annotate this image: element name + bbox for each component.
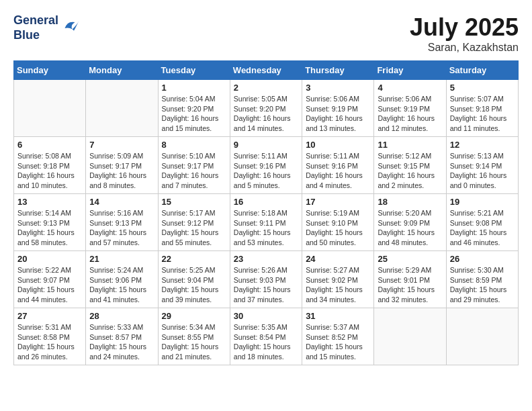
week-row-3: 13Sunrise: 5:14 AM Sunset: 9:13 PM Dayli…	[14, 194, 519, 251]
day-info: Sunrise: 5:13 AM Sunset: 9:14 PM Dayligh…	[450, 151, 515, 191]
day-info: Sunrise: 5:27 AM Sunset: 9:02 PM Dayligh…	[306, 265, 370, 305]
calendar-cell: 11Sunrise: 5:12 AM Sunset: 9:15 PM Dayli…	[374, 137, 446, 194]
day-number: 17	[306, 197, 370, 207]
calendar-cell: 10Sunrise: 5:11 AM Sunset: 9:16 PM Dayli…	[302, 137, 374, 194]
calendar-cell: 26Sunrise: 5:30 AM Sunset: 8:59 PM Dayli…	[446, 251, 518, 308]
day-number: 18	[378, 197, 442, 207]
day-info: Sunrise: 5:30 AM Sunset: 8:59 PM Dayligh…	[450, 265, 515, 305]
day-number: 28	[89, 311, 154, 321]
calendar-cell	[374, 308, 446, 365]
calendar-cell: 6Sunrise: 5:08 AM Sunset: 9:18 PM Daylig…	[14, 137, 86, 194]
calendar-cell: 8Sunrise: 5:10 AM Sunset: 9:17 PM Daylig…	[158, 137, 230, 194]
calendar-cell: 19Sunrise: 5:21 AM Sunset: 9:08 PM Dayli…	[446, 194, 518, 251]
calendar-cell	[14, 80, 86, 137]
week-row-5: 27Sunrise: 5:31 AM Sunset: 8:58 PM Dayli…	[14, 308, 519, 365]
calendar-cell: 23Sunrise: 5:26 AM Sunset: 9:03 PM Dayli…	[230, 251, 302, 308]
day-info: Sunrise: 5:11 AM Sunset: 9:16 PM Dayligh…	[306, 151, 370, 191]
title-block: July 2025 Saran, Kazakhstan	[410, 13, 519, 54]
day-info: Sunrise: 5:34 AM Sunset: 8:55 PM Dayligh…	[162, 322, 226, 362]
week-row-2: 6Sunrise: 5:08 AM Sunset: 9:18 PM Daylig…	[14, 137, 519, 194]
day-info: Sunrise: 5:05 AM Sunset: 9:20 PM Dayligh…	[234, 94, 298, 134]
day-number: 23	[234, 254, 298, 264]
week-row-1: 1Sunrise: 5:04 AM Sunset: 9:20 PM Daylig…	[14, 80, 519, 137]
day-number: 31	[306, 311, 370, 321]
day-number: 10	[306, 140, 370, 150]
day-number: 5	[450, 83, 515, 93]
day-info: Sunrise: 5:17 AM Sunset: 9:12 PM Dayligh…	[162, 208, 226, 248]
day-number: 12	[450, 140, 515, 150]
logo-bird-icon	[60, 18, 80, 38]
calendar-cell: 16Sunrise: 5:18 AM Sunset: 9:11 PM Dayli…	[230, 194, 302, 251]
day-number: 30	[234, 311, 298, 321]
page-header: GeneralBlue July 2025 Saran, Kazakhstan	[13, 13, 519, 54]
day-info: Sunrise: 5:31 AM Sunset: 8:58 PM Dayligh…	[17, 322, 82, 362]
day-number: 4	[378, 83, 442, 93]
calendar-cell: 3Sunrise: 5:06 AM Sunset: 9:19 PM Daylig…	[302, 80, 374, 137]
day-number: 15	[162, 197, 226, 207]
weekday-header-wednesday: Wednesday	[230, 61, 302, 80]
weekday-header-tuesday: Tuesday	[158, 61, 230, 80]
calendar-cell: 5Sunrise: 5:07 AM Sunset: 9:18 PM Daylig…	[446, 80, 518, 137]
day-info: Sunrise: 5:33 AM Sunset: 8:57 PM Dayligh…	[89, 322, 154, 362]
day-info: Sunrise: 5:14 AM Sunset: 9:13 PM Dayligh…	[17, 208, 82, 248]
day-number: 27	[17, 311, 82, 321]
weekday-header-saturday: Saturday	[446, 61, 518, 80]
calendar-cell	[446, 308, 518, 365]
calendar-cell: 1Sunrise: 5:04 AM Sunset: 9:20 PM Daylig…	[158, 80, 230, 137]
calendar-cell: 12Sunrise: 5:13 AM Sunset: 9:14 PM Dayli…	[446, 137, 518, 194]
calendar-cell: 25Sunrise: 5:29 AM Sunset: 9:01 PM Dayli…	[374, 251, 446, 308]
day-number: 29	[162, 311, 226, 321]
day-info: Sunrise: 5:10 AM Sunset: 9:17 PM Dayligh…	[162, 151, 226, 191]
day-number: 24	[306, 254, 370, 264]
calendar-cell: 7Sunrise: 5:09 AM Sunset: 9:17 PM Daylig…	[86, 137, 158, 194]
calendar-cell: 29Sunrise: 5:34 AM Sunset: 8:55 PM Dayli…	[158, 308, 230, 365]
day-number: 26	[450, 254, 515, 264]
weekday-header-monday: Monday	[86, 61, 158, 80]
weekday-header-thursday: Thursday	[302, 61, 374, 80]
calendar-cell: 20Sunrise: 5:22 AM Sunset: 9:07 PM Dayli…	[14, 251, 86, 308]
calendar-cell: 9Sunrise: 5:11 AM Sunset: 9:16 PM Daylig…	[230, 137, 302, 194]
day-info: Sunrise: 5:06 AM Sunset: 9:19 PM Dayligh…	[378, 94, 442, 134]
calendar-cell: 31Sunrise: 5:37 AM Sunset: 8:52 PM Dayli…	[302, 308, 374, 365]
day-number: 11	[378, 140, 442, 150]
day-number: 16	[234, 197, 298, 207]
day-info: Sunrise: 5:07 AM Sunset: 9:18 PM Dayligh…	[450, 94, 515, 134]
logo-text: GeneralBlue	[13, 13, 58, 42]
week-row-4: 20Sunrise: 5:22 AM Sunset: 9:07 PM Dayli…	[14, 251, 519, 308]
day-info: Sunrise: 5:37 AM Sunset: 8:52 PM Dayligh…	[306, 322, 370, 362]
day-info: Sunrise: 5:25 AM Sunset: 9:04 PM Dayligh…	[162, 265, 226, 305]
day-number: 25	[378, 254, 442, 264]
day-info: Sunrise: 5:24 AM Sunset: 9:06 PM Dayligh…	[89, 265, 154, 305]
month-year-title: July 2025	[410, 13, 519, 42]
day-number: 2	[234, 83, 298, 93]
logo: GeneralBlue	[13, 13, 80, 42]
day-info: Sunrise: 5:12 AM Sunset: 9:15 PM Dayligh…	[378, 151, 442, 191]
day-info: Sunrise: 5:20 AM Sunset: 9:09 PM Dayligh…	[378, 208, 442, 248]
calendar-cell: 4Sunrise: 5:06 AM Sunset: 9:19 PM Daylig…	[374, 80, 446, 137]
calendar-cell: 21Sunrise: 5:24 AM Sunset: 9:06 PM Dayli…	[86, 251, 158, 308]
day-number: 1	[162, 83, 226, 93]
calendar-cell: 14Sunrise: 5:16 AM Sunset: 9:13 PM Dayli…	[86, 194, 158, 251]
day-number: 6	[17, 140, 82, 150]
calendar-cell: 28Sunrise: 5:33 AM Sunset: 8:57 PM Dayli…	[86, 308, 158, 365]
day-number: 21	[89, 254, 154, 264]
day-info: Sunrise: 5:35 AM Sunset: 8:54 PM Dayligh…	[234, 322, 298, 362]
day-info: Sunrise: 5:11 AM Sunset: 9:16 PM Dayligh…	[234, 151, 298, 191]
day-number: 20	[17, 254, 82, 264]
day-number: 8	[162, 140, 226, 150]
calendar-cell: 27Sunrise: 5:31 AM Sunset: 8:58 PM Dayli…	[14, 308, 86, 365]
day-info: Sunrise: 5:18 AM Sunset: 9:11 PM Dayligh…	[234, 208, 298, 248]
day-number: 9	[234, 140, 298, 150]
day-number: 19	[450, 197, 515, 207]
day-number: 22	[162, 254, 226, 264]
calendar-cell: 15Sunrise: 5:17 AM Sunset: 9:12 PM Dayli…	[158, 194, 230, 251]
weekday-header-row: SundayMondayTuesdayWednesdayThursdayFrid…	[14, 61, 519, 80]
day-info: Sunrise: 5:16 AM Sunset: 9:13 PM Dayligh…	[89, 208, 154, 248]
day-info: Sunrise: 5:21 AM Sunset: 9:08 PM Dayligh…	[450, 208, 515, 248]
day-number: 3	[306, 83, 370, 93]
day-number: 7	[89, 140, 154, 150]
day-number: 14	[89, 197, 154, 207]
day-info: Sunrise: 5:09 AM Sunset: 9:17 PM Dayligh…	[89, 151, 154, 191]
weekday-header-friday: Friday	[374, 61, 446, 80]
calendar-cell	[86, 80, 158, 137]
